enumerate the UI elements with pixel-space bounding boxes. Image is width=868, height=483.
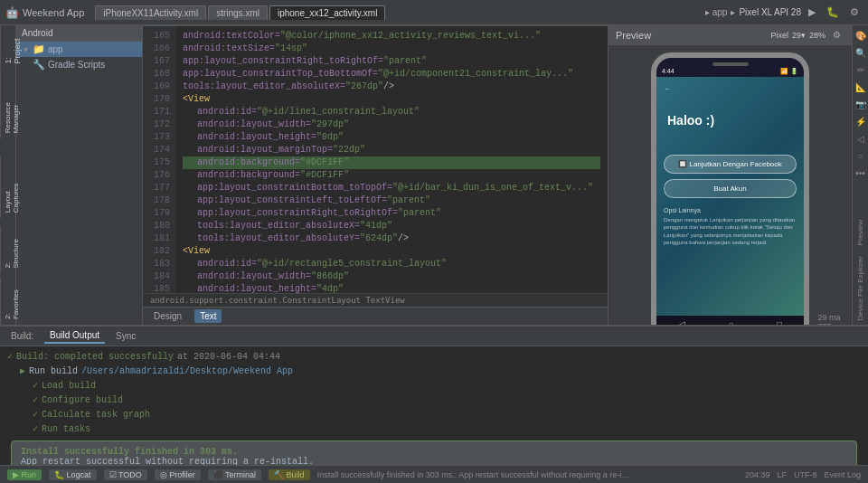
status-bar: ▶ Run 🐛 Logcat ☑ TODO ◎ Profiler ⬛ Termi… [0,465,868,483]
event-log-btn[interactable]: Event Log [824,470,861,479]
left-sidebar: 1: Project Resource Manager Layout Captu… [0,25,16,325]
build-line-configure: ✓ Configure build [7,393,861,408]
phone-icons: 📶 🔋 [780,68,798,75]
captures-label[interactable]: Layout Captures [0,156,15,218]
circle-icon[interactable]: ○ [855,149,864,163]
phone-time: 4:44 [662,68,675,75]
todo-status-btn[interactable]: ☑ TODO [104,469,147,480]
eraser-icon[interactable]: ✏ [855,63,866,77]
phone-back-arrow: ← [664,84,797,93]
device-name[interactable]: Pixel XL API 28 [739,7,801,17]
pixel-label[interactable]: Pixel [770,31,788,40]
build-notification: Install successfully finished in 303 ms.… [11,440,857,465]
text-tab[interactable]: Text [194,309,222,323]
tree-item-app[interactable]: ▼ 📁 app [16,42,142,57]
run-button[interactable]: ▶ [805,5,819,20]
back-icon[interactable]: ◁ [855,132,866,146]
preview-content: 4:44 📶 🔋 ← Haloo :) 🔲 Lanjutkan Dengan F… [609,45,852,325]
build-line-tasks: ✓ Run tasks [7,422,861,437]
configure-check-icon: ✓ [33,394,38,407]
notif-restart-line: App restart successful without requiring… [21,457,847,465]
tree-label-gradle: Gradle Scripts [48,60,105,70]
structure-label[interactable]: 2: Structure [0,227,15,274]
settings-button[interactable]: ⚙ [846,5,863,20]
sync-tab[interactable]: Sync [110,329,141,343]
app-icon: 🤖 [5,6,19,19]
palette-icon[interactable]: 🎨 [854,29,868,43]
app-title: Weekend App [23,7,84,18]
phone-create-btn[interactable]: Buat Akun [664,179,797,198]
lf-label[interactable]: LF [777,470,787,479]
device-file-explorer-label[interactable]: Device File Explorer [854,252,866,325]
build-line-load: ✓ Load build [7,379,861,393]
editor-tabs-bar: iPhoneXX11Activity.xml strings.xml iphon… [95,5,702,20]
more-icon[interactable]: ••• [854,166,867,180]
tab-iphone11[interactable]: iPhoneXX11Activity.xml [95,5,206,20]
gradle-icon: 🔧 [33,59,45,71]
notif-success-line: Install successfully finished in 303 ms. [21,447,847,457]
line-numbers: 165166167168169 170171172173174 17517617… [143,26,175,293]
load-check-icon: ✓ [33,380,38,393]
code-area[interactable]: 165166167168169 170171172173174 17517617… [143,26,608,293]
bottom-section: Build: Build Output Sync ✓ Build: comple… [0,325,868,465]
design-tab[interactable]: Design [148,309,187,323]
project-panel-label[interactable]: 1: Project [0,25,15,69]
main-layout: 1: Project Resource Manager Layout Captu… [0,25,868,325]
phone-back-nav[interactable]: ◁ [678,319,685,325]
tree-label-app: app [48,44,63,54]
cursor-position: 204:39 [745,470,770,479]
tree-item-gradle[interactable]: 🔧 Gradle Scripts [16,57,142,72]
favorites-label[interactable]: 2: Favorites [0,278,15,325]
app-label: ▸ app [705,7,727,17]
phone-app-content: ← Haloo :) 🔲 Lanjutkan Dengan Facebook B… [656,77,804,316]
tree-arrow-app: ▼ [22,45,30,54]
resource-manager-label[interactable]: Resource Manager [0,69,15,138]
profiler-status-btn[interactable]: ◎ Profiler [155,469,201,480]
preview-header: Preview Pixel 29▾ 28% ⚙ [609,25,852,45]
build-output-tab[interactable]: Build Output [44,328,105,344]
flutter-outline-icon[interactable]: 📐 [854,80,868,94]
camera-icon[interactable]: 📷 [854,98,868,111]
preview-panel: Preview Pixel 29▾ 28% ⚙ 4:44 📶 🔋 ← Ha [608,25,852,325]
run-arrow-icon: ▶ [20,365,25,378]
phone-status-bar: 4:44 📶 🔋 [656,66,804,77]
tab-iphone12[interactable]: iphone_xx12_activity.xml [269,5,385,20]
preview-panel-label[interactable]: Preview [854,216,866,249]
code-editor: 165166167168169 170171172173174 17517617… [143,25,608,325]
editor-bottom-tabs: Design Text [143,307,608,325]
project-panel: Android ▼ 📁 app 🔧 Gradle Scripts [16,25,143,325]
phone-greeting: Haloo :) [667,113,797,128]
build-line-calculate: ✓ Calculate task graph [7,408,861,422]
build-label: Build: [5,329,39,343]
debug-button[interactable]: 🐛 [823,5,843,20]
phone-home-nav[interactable]: ○ [728,319,733,325]
phone-mockup: 4:44 📶 🔋 ← Haloo :) 🔲 Lanjutkan Dengan F… [651,52,809,325]
status-right: 204:39 LF UTF-8 Event Log [745,470,861,479]
run-status-btn[interactable]: ▶ Run [7,469,42,480]
phone-facebook-btn[interactable]: 🔲 Lanjutkan Dengan Facebook [664,155,797,174]
build-output: ✓ Build: completed successfully at 2020-… [0,346,868,465]
extra-line: android.support.constraint.ConstraintLay… [143,293,608,307]
status-message: Install successfully finished in 303 ms.… [317,470,634,479]
phone-bottom-bar: ◁ ○ □ [656,316,804,325]
build-line-completed: ✓ Build: completed successfully at 2020-… [7,350,861,365]
top-bar-actions: ▸ app ▸ Pixel XL API 28 ▶ 🐛 ⚙ [705,5,863,20]
checkmark-icon: ✓ [7,351,13,364]
terminal-status-btn[interactable]: ⬛ Terminal [208,469,261,480]
tab-strings[interactable]: strings.xml [208,5,268,20]
phone-section-title: Opsi Lainnya [664,207,797,213]
flutter-inspector-icon[interactable]: 🔍 [854,46,868,60]
build-tabs: Build: Build Output Sync [0,327,868,346]
tasks-check-icon: ✓ [33,423,38,436]
encoding-label[interactable]: UTF-8 [794,470,817,479]
code-content[interactable]: android:textColor="@color/iphone_xx12_ac… [175,26,608,293]
calculate-check-icon: ✓ [33,409,38,421]
preview-size-info: 29 ma 775 ms [817,313,844,325]
flutter-performance-icon[interactable]: ⚡ [854,115,868,128]
phone-recent-nav[interactable]: □ [777,319,782,325]
build-status-btn[interactable]: 🔨 Build [269,469,310,480]
preview-settings-button[interactable]: ⚙ [829,28,844,42]
logcat-status-btn[interactable]: 🐛 Logcat [49,469,97,480]
dp-label[interactable]: 29▾ [792,31,806,40]
phone-description: Dengan mengetuk Lanjutkan perjanjian yan… [664,216,797,247]
